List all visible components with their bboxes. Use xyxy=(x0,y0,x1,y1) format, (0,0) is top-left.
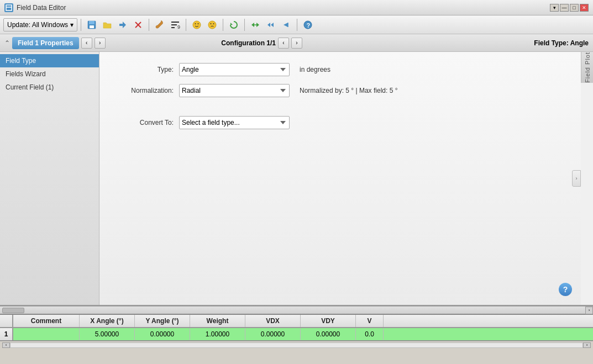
convert-to-select[interactable]: Select a field type... xyxy=(179,116,290,129)
cell-weight[interactable]: 1.00000 xyxy=(190,328,245,340)
field-plot-tab[interactable]: Field Plot xyxy=(581,52,593,83)
data-table: Comment X Angle (°) Y Angle (°) Weight V… xyxy=(0,314,593,349)
svg-marker-20 xyxy=(256,23,259,27)
normalization-select[interactable]: Radial xyxy=(179,84,290,97)
toolbar-separator-4 xyxy=(223,19,223,31)
svg-marker-22 xyxy=(267,23,270,27)
main-area: Field Type Fields Wizard Current Field (… xyxy=(0,52,593,306)
svg-point-12 xyxy=(193,21,201,29)
config-section: Configuration 1/1 ‹ › xyxy=(221,38,302,49)
compare-button[interactable] xyxy=(248,18,263,31)
convert-to-row: Convert To: Select a field type... xyxy=(113,116,568,129)
svg-marker-19 xyxy=(251,23,254,27)
import-button[interactable] xyxy=(116,18,130,31)
sidebar: Field Type Fields Wizard Current Field (… xyxy=(0,52,99,305)
svg-marker-24 xyxy=(284,23,288,27)
svg-rect-4 xyxy=(90,25,94,28)
title-bar: Field Data Editor ▾ — □ ✕ xyxy=(0,0,593,15)
config-prev-button[interactable]: ‹ xyxy=(278,38,289,49)
minimize-button[interactable]: — xyxy=(560,4,569,12)
svg-marker-18 xyxy=(230,23,233,25)
table-scroll-right[interactable]: › xyxy=(583,342,591,348)
face2-button[interactable] xyxy=(205,18,219,31)
toolbar-separator-3 xyxy=(186,19,186,31)
field-next-button[interactable]: › xyxy=(95,38,106,49)
toolbar-separator-5 xyxy=(244,19,245,31)
close-button[interactable]: ✕ xyxy=(580,4,589,12)
col-vdx: VDX xyxy=(245,315,301,327)
svg-marker-5 xyxy=(119,22,126,28)
toolbar: Update: All Windows ▾ xyxy=(0,15,593,34)
cell-vdx[interactable]: 0.00000 xyxy=(245,328,301,340)
col-weight: Weight xyxy=(190,315,245,327)
normalization-row: Normalization: Radial Normalized by: 5 °… xyxy=(113,84,568,97)
content-panel: Type: Angle in degrees Normalization: Ra… xyxy=(99,52,581,305)
field-prev-button[interactable]: ‹ xyxy=(81,38,92,49)
toolbar-separator xyxy=(81,19,81,31)
forward-button[interactable] xyxy=(264,18,278,31)
sidebar-item-current-field[interactable]: Current Field (1) xyxy=(0,81,99,94)
sidebar-item-field-type[interactable]: Field Type xyxy=(0,54,99,67)
col-comment: Comment xyxy=(13,315,80,327)
svg-text:?: ? xyxy=(307,22,311,28)
col-x-angle: X Angle (°) xyxy=(80,315,135,327)
maximize-button[interactable]: □ xyxy=(570,4,579,12)
cell-vdy[interactable]: 0.00000 xyxy=(301,328,356,340)
sidebar-item-fields-wizard[interactable]: Fields Wizard xyxy=(0,67,99,81)
config-next-button[interactable]: › xyxy=(291,38,302,49)
field-props-title: Field 1 Properties xyxy=(12,37,79,49)
help-toolbar-button[interactable]: ? xyxy=(301,18,315,31)
help-button[interactable]: ? xyxy=(559,283,572,296)
svg-point-16 xyxy=(211,23,212,24)
face1-button[interactable] xyxy=(190,18,204,31)
pin-button[interactable]: ▾ xyxy=(550,4,559,12)
type-select[interactable]: Angle xyxy=(179,63,290,76)
dropdown-arrow-icon: ▾ xyxy=(70,21,74,29)
app-icon xyxy=(4,3,13,12)
cell-x-angle[interactable]: 5.00000 xyxy=(80,328,135,340)
scroll-thumb[interactable] xyxy=(2,308,24,313)
normalization-note: Normalized by: 5 ° | Max field: 5 ° xyxy=(300,87,397,94)
row-number: 1 xyxy=(0,328,13,340)
table-header: Comment X Angle (°) Y Angle (°) Weight V… xyxy=(0,315,593,328)
col-vdy: VDY xyxy=(301,315,356,327)
table-horizontal-scrollbar[interactable]: ‹ › xyxy=(0,341,593,349)
svg-text:9: 9 xyxy=(177,24,180,30)
next-button[interactable] xyxy=(279,18,293,31)
toolbar-separator-2 xyxy=(149,19,149,31)
normalization-label: Normalization: xyxy=(113,87,174,94)
table-scroll-left[interactable]: ‹ xyxy=(2,342,10,348)
svg-rect-9 xyxy=(171,24,177,25)
cell-y-angle[interactable]: 0.00000 xyxy=(135,328,190,340)
field-plot-label: Field Plot xyxy=(584,52,591,83)
save-button[interactable] xyxy=(85,18,99,31)
window-controls[interactable]: ▾ — □ ✕ xyxy=(550,4,589,12)
sort-button[interactable]: 9 xyxy=(168,18,182,31)
row-num-header xyxy=(0,315,13,327)
delete-button[interactable] xyxy=(131,18,145,31)
convert-to-label: Convert To: xyxy=(113,119,174,126)
update-dropdown[interactable]: Update: All Windows ▾ xyxy=(3,18,77,31)
scroll-right-arrow[interactable]: › xyxy=(585,307,593,314)
svg-rect-0 xyxy=(6,5,12,10)
type-label: Type: xyxy=(113,66,174,73)
type-row: Type: Angle in degrees xyxy=(113,63,568,76)
open-folder-button[interactable] xyxy=(100,18,114,31)
toolbar-separator-6 xyxy=(297,19,297,31)
svg-point-13 xyxy=(195,23,196,24)
svg-marker-23 xyxy=(271,23,274,27)
field-props-section: ⌃ Field 1 Properties ‹ › xyxy=(4,37,106,49)
config-label: Configuration 1/1 xyxy=(221,39,276,47)
horizontal-scrollbar[interactable]: › xyxy=(0,306,593,314)
refresh-button[interactable] xyxy=(227,18,241,31)
cell-v[interactable]: 0.0 xyxy=(356,328,384,340)
svg-rect-3 xyxy=(89,21,95,24)
type-note: in degrees xyxy=(300,66,330,73)
svg-point-15 xyxy=(208,21,216,29)
svg-point-14 xyxy=(198,23,199,24)
svg-rect-8 xyxy=(171,22,179,23)
cell-comment[interactable] xyxy=(13,328,80,340)
tool-button[interactable] xyxy=(153,18,167,31)
table-row[interactable]: 1 5.00000 0.00000 1.00000 0.00000 0.0000… xyxy=(0,328,593,341)
right-panel-collapse-button[interactable]: › xyxy=(572,170,581,187)
